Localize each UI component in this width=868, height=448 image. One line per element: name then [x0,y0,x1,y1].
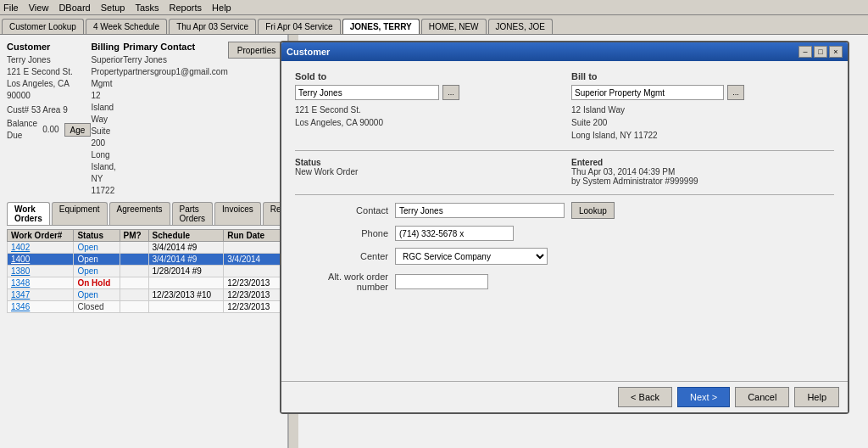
status-cell: Open [77,243,97,252]
center-select[interactable]: RGC Service Company [395,248,548,265]
sold-to-col: Sold to ... 121 E Second St. Los Angeles… [295,71,558,142]
tab-customer-lookup[interactable]: Customer Lookup [2,19,84,34]
dialog-body: Sold to ... 121 E Second St. Los Angeles… [281,61,848,381]
work-orders-table: Work Order# Status PM? Schedule Run Date… [7,229,281,313]
status-label: Status [295,158,558,167]
bill-to-col: Bill to ... 12 Island Way Suite 200 Long… [571,71,834,142]
schedule-cell: 12/23/2013 #10 [148,289,224,301]
status-cell: Closed [77,302,103,311]
menu-dboard[interactable]: DBoard [58,3,90,13]
dialog-restore-button[interactable]: □ [814,46,827,58]
pm-cell [120,277,148,289]
customer-section: Customer Terry Jones 121 E Second St. Lo… [7,42,91,197]
age-button[interactable]: Age [64,123,92,137]
wo-link[interactable]: 1347 [11,290,30,300]
customer-name: Terry Jones [7,54,91,66]
center-label: Center [295,251,388,261]
tab-4week[interactable]: 4 Week Schedule [86,19,167,34]
properties-button[interactable]: Properties [228,42,286,59]
table-row[interactable]: 1346 Closed 12/23/2013 [8,301,281,313]
tab-jones-joe[interactable]: JONES, JOE [488,19,553,34]
entered-by: by System Administrator #999999 [571,176,834,186]
next-button[interactable]: Next > [677,387,730,407]
wo-link[interactable]: 1380 [11,266,30,276]
divider [295,150,834,151]
divider2 [295,194,834,195]
rundate-cell: 12/23/2013 [224,301,281,313]
tab-work-orders[interactable]: Work Orders [7,202,50,225]
tab-equipment[interactable]: Equipment [52,202,108,225]
table-row[interactable]: 1347 Open 12/23/2013 #10 12/23/2013 [8,289,281,301]
sold-to-browse-button[interactable]: ... [442,85,459,100]
status-cell: Open [77,255,97,264]
dialog-controls: – □ × [798,46,843,58]
dialog-minimize-button[interactable]: – [798,46,812,58]
rundate-cell: 3/4/2014 [224,254,281,266]
contact-input[interactable] [395,203,565,218]
status-cell: On Hold [77,278,110,288]
bill-to-addr1: 12 Island Way [571,104,834,116]
menu-tasks[interactable]: Tasks [135,3,159,13]
billing-label: Billing [91,42,123,52]
cancel-button[interactable]: Cancel [735,387,789,407]
billing-name: Superior Property Mgmt [91,54,123,90]
phone-input[interactable] [395,226,514,241]
alt-wo-row: Alt. work order number [295,272,834,292]
billing-addr2: Suite 200 [91,126,123,149]
menu-file[interactable]: File [3,3,19,13]
rundate-cell [224,242,281,254]
tab-invoices[interactable]: Invoices [214,202,261,225]
entered-label: Entered [571,158,834,167]
schedule-cell: 1/28/2014 #9 [148,266,224,277]
sold-to-label: Sold to [295,71,558,81]
pm-cell [120,254,148,266]
alt-wo-input[interactable] [395,274,488,289]
wo-link[interactable]: 1346 [11,302,30,311]
tab-fri-apr04[interactable]: Fri Apr 04 Service [258,19,340,34]
wo-link[interactable]: 1400 [11,255,30,264]
billing-addr3: Long Island, NY 11722 [91,149,123,197]
left-panel: Customer Terry Jones 121 E Second St. Lo… [0,35,288,448]
tab-bar: Customer Lookup 4 Week Schedule Thu Apr … [0,15,868,34]
sold-to-input[interactable] [295,85,439,100]
col-rundate: Run Date [224,230,281,242]
pm-cell [120,242,148,254]
sold-to-addr1: 121 E Second St. [295,104,558,116]
pm-cell [120,266,148,277]
menu-help[interactable]: Help [212,3,231,13]
status-entered-section: Status New Work Order Entered Thu Apr 03… [295,158,834,186]
col-pm: PM? [120,230,148,242]
alt-wo-label: Alt. work order number [295,272,388,292]
table-row[interactable]: 1400 Open 3/4/2014 #9 3/4/2014 [8,254,281,266]
back-button[interactable]: < Back [618,387,672,407]
lookup-button[interactable]: Lookup [571,202,615,219]
help-button[interactable]: Help [794,387,839,407]
contact-form-label: Contact [295,205,388,216]
bill-to-input[interactable] [571,85,724,100]
table-row[interactable]: 1380 Open 1/28/2014 #9 [8,266,281,277]
wo-link[interactable]: 1348 [11,278,30,288]
cust-number: Cust# 53 Area 9 [7,105,91,115]
tab-agreements[interactable]: Agreements [109,202,170,225]
tab-parts-orders[interactable]: Parts Orders [172,202,214,225]
table-row[interactable]: 1348 On Hold 12/23/2013 [8,277,281,289]
rundate-cell [224,266,281,277]
bill-to-browse-button[interactable]: ... [727,85,744,100]
table-row[interactable]: 1402 Open 3/4/2014 #9 [8,242,281,254]
bill-to-addr2: Suite 200 [571,116,834,129]
tab-thu-apr03[interactable]: Thu Apr 03 Service [169,19,256,34]
balance-label: Balance Due [7,118,37,142]
menu-setup[interactable]: Setup [101,3,125,13]
menu-reports[interactable]: Reports [170,3,203,13]
contact-label: Primary Contact [123,42,228,52]
customer-label: Customer [7,42,91,52]
wo-link[interactable]: 1402 [11,243,30,252]
status-cell: Open [77,266,97,276]
dialog-title-bar: Customer – □ × [281,42,848,61]
pm-cell [120,301,148,313]
menu-view[interactable]: View [29,3,49,13]
dialog-close-button[interactable]: × [829,46,843,58]
tab-home-new[interactable]: HOME, NEW [421,19,487,34]
dialog-footer: < Back Next > Cancel Help [281,381,848,412]
tab-jones-terry[interactable]: JONES, TERRY [342,19,420,34]
